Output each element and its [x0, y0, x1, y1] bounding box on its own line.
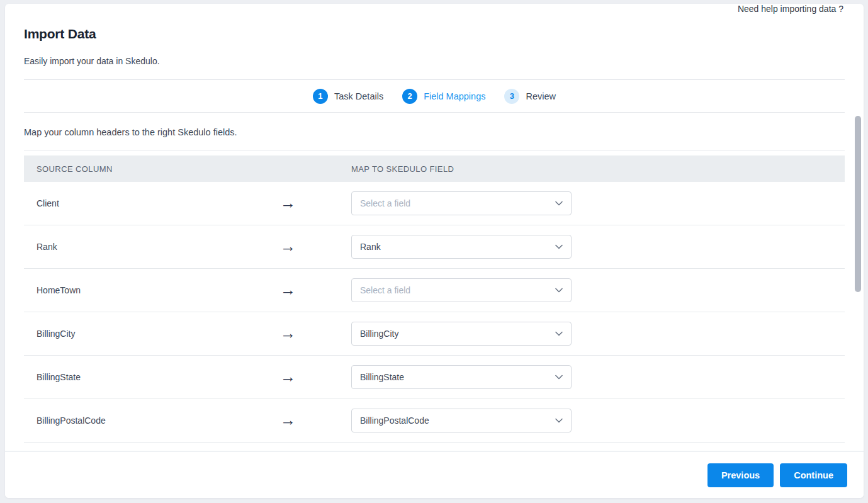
help-link[interactable]: Need help importing data ?: [738, 4, 843, 14]
previous-button[interactable]: Previous: [707, 463, 774, 487]
step-label: Review: [526, 91, 556, 101]
continue-button[interactable]: Continue: [780, 463, 847, 487]
field-select[interactable]: Rank: [351, 235, 572, 259]
source-column-header: SOURCE COLUMN: [37, 164, 351, 174]
mapping-row: BillingState → BillingState: [24, 356, 845, 399]
arrow-right-icon: →: [280, 239, 296, 254]
mapping-row: Client → Select a field: [24, 182, 845, 225]
field-select-value: Select a field: [360, 285, 410, 295]
field-select-value: BillingPostalCode: [360, 415, 429, 426]
step-number-badge: 2: [402, 89, 417, 104]
chevron-down-icon: [555, 244, 563, 249]
field-select[interactable]: BillingPostalCode: [351, 409, 572, 432]
source-column-label: Client: [37, 198, 280, 208]
step-number-badge: 3: [504, 89, 519, 104]
mapping-row: BillingPostalCode → BillingPostalCode: [24, 399, 845, 443]
chevron-down-icon: [555, 418, 563, 423]
skedulo-field-header: MAP TO SKEDULO FIELD: [351, 164, 832, 174]
chevron-down-icon: [555, 375, 563, 380]
mapping-row: Rank → Rank: [24, 225, 845, 269]
arrow-right-icon: →: [280, 282, 296, 298]
mapping-content: Map your column headers to the right Ske…: [5, 113, 864, 451]
step-label: Field Mappings: [424, 91, 485, 101]
source-column-label: BillingCity: [37, 329, 280, 339]
arrow-right-icon: →: [280, 325, 296, 341]
panel-header: Import Data Need help importing data ? E…: [24, 4, 845, 80]
source-column-label: BillingState: [37, 372, 280, 382]
stepper-step-task-details[interactable]: 1 Task Details: [313, 89, 383, 104]
wizard-footer: Previous Continue: [5, 451, 864, 498]
chevron-down-icon: [555, 331, 563, 336]
page-subtitle: Easily import your data in Skedulo.: [24, 56, 845, 66]
arrow-right-icon: →: [280, 412, 296, 428]
field-select-value: BillingCity: [360, 329, 398, 339]
stepper-step-field-mappings[interactable]: 2 Field Mappings: [402, 89, 485, 104]
arrow-right-icon: →: [280, 195, 296, 211]
arrow-right-icon: →: [280, 369, 296, 385]
mapping-rows: Client → Select a field Rank → Rank: [24, 182, 845, 443]
chevron-down-icon: [555, 201, 563, 206]
field-select-value: BillingState: [360, 372, 404, 382]
mapping-table-header: SOURCE COLUMN MAP TO SKEDULO FIELD: [24, 155, 845, 182]
import-data-panel: Import Data Need help importing data ? E…: [5, 4, 864, 498]
source-column-label: BillingPostalCode: [37, 415, 280, 426]
step-label: Task Details: [334, 91, 383, 101]
mapping-row: HomeTown → Select a field: [24, 269, 845, 312]
field-select[interactable]: BillingCity: [351, 322, 572, 346]
field-select[interactable]: Select a field: [351, 191, 572, 215]
field-select[interactable]: BillingState: [351, 365, 572, 389]
field-select-value: Select a field: [360, 198, 410, 208]
source-column-label: HomeTown: [37, 285, 280, 295]
mapping-instruction: Map your column headers to the right Ske…: [24, 113, 845, 151]
page-title: Import Data: [24, 26, 845, 42]
source-column-label: Rank: [37, 242, 280, 252]
chevron-down-icon: [555, 288, 563, 293]
vertical-scrollbar[interactable]: [855, 116, 861, 292]
field-select-value: Rank: [360, 242, 381, 252]
stepper-step-review[interactable]: 3 Review: [504, 89, 556, 104]
step-number-badge: 1: [313, 89, 328, 104]
mapping-row: BillingCity → BillingCity: [24, 312, 845, 356]
wizard-stepper: 1 Task Details 2 Field Mappings 3 Review: [24, 80, 845, 113]
field-select[interactable]: Select a field: [351, 278, 572, 302]
